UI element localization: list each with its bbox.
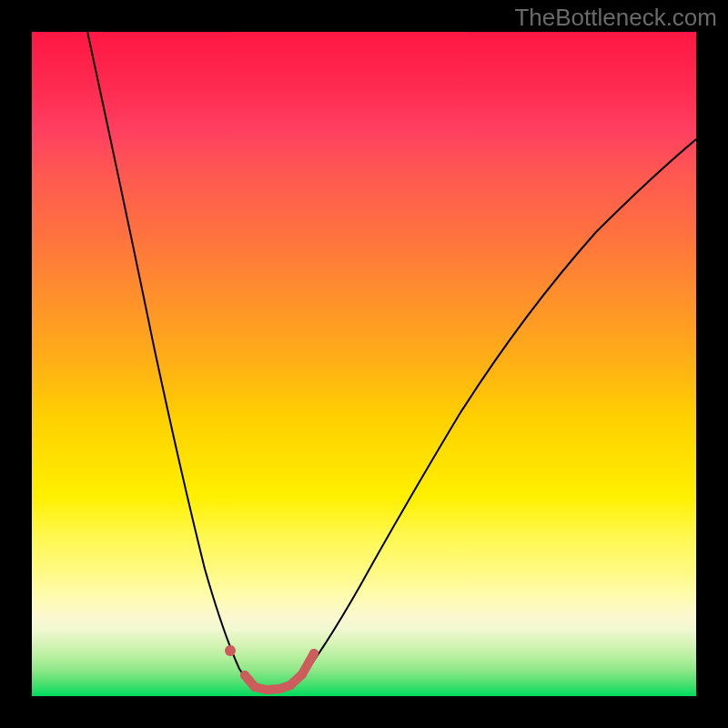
marker-point-1 xyxy=(240,671,249,680)
marker-point-2 xyxy=(250,682,259,692)
marker-point-5 xyxy=(286,681,295,690)
watermark-text: TheBottleneck.com xyxy=(514,4,717,32)
marker-isolated-dot xyxy=(225,645,236,656)
marker-point-3 xyxy=(262,685,271,694)
chart-svg xyxy=(32,32,696,696)
chart-plot-area xyxy=(32,32,696,696)
marker-point-7 xyxy=(309,649,318,658)
marker-point-4 xyxy=(275,684,284,693)
marker-point-6 xyxy=(298,670,307,679)
left-curve-branch xyxy=(86,32,255,687)
right-curve-branch xyxy=(298,139,696,682)
